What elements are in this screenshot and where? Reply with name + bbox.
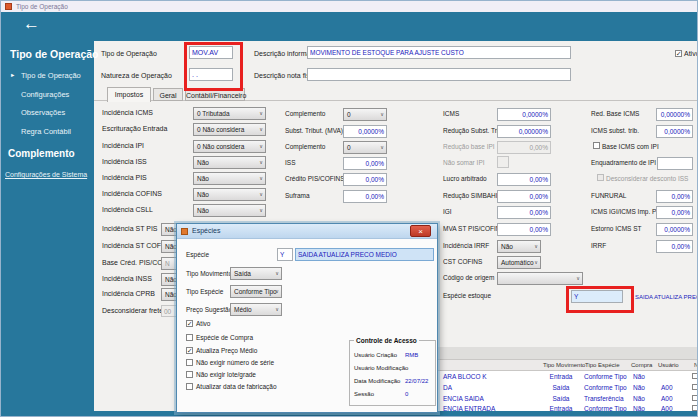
incidencia-pis-dropdown[interactable]: Não∨ — [193, 172, 266, 185]
sidebar-link-configuracoes-sistema[interactable]: Configurações de Sistema — [5, 171, 87, 178]
dialog-nao-exigir-serie-checkbox[interactable] — [186, 359, 193, 366]
chevron-down-icon: ∨ — [576, 273, 580, 284]
igi-field[interactable]: 0,00% — [497, 206, 551, 219]
incidencia-ipi-dropdown[interactable]: 0 Não considera∨ — [193, 140, 266, 153]
incidencia-cofins-dropdown[interactable]: Não∨ — [193, 188, 266, 201]
back-icon[interactable]: ← — [23, 15, 40, 33]
row-checkbox[interactable] — [692, 384, 698, 390]
codigo-origem-dropdown[interactable]: ∨ — [497, 272, 583, 285]
incidencia-st-pis-label: Incidência ST PIS — [102, 225, 158, 233]
especies-dialog: Espécies × Espécie Y SAIDA ATUALIZA PREC… — [176, 223, 438, 413]
dialog-ativo-checkbox[interactable]: ✓ — [186, 320, 193, 327]
chevron-down-icon: ∨ — [380, 109, 384, 120]
dropdown-value: 0 Não considera — [197, 143, 244, 150]
table-header-tipo-movimento[interactable]: Tipo Movimento — [543, 359, 585, 371]
chevron-down-icon: ∨ — [259, 205, 263, 216]
iss-field[interactable]: 0,00% — [343, 157, 387, 170]
chevron-down-icon: ∨ — [259, 157, 263, 168]
natureza-operacao-label: Natureza de Operação — [101, 72, 172, 80]
dropdown-value: Saída — [234, 270, 251, 277]
incidencia-iss-dropdown[interactable]: Não∨ — [193, 156, 266, 169]
dialog-atualiza-preco-medio-checkbox[interactable]: ✓ — [186, 347, 193, 354]
icms-subst-trib-label: ICMS subst. trib. — [591, 127, 639, 135]
table-header-compra[interactable]: Compra — [631, 359, 652, 371]
irrf-label: IRRF — [591, 242, 606, 250]
dialog-nao-exigir-lote-checkbox[interactable] — [186, 371, 193, 378]
complemento-1-dropdown[interactable]: 0∨ — [343, 108, 387, 121]
sidebar-item-tipo-de-operacao[interactable]: Tipo de Operação — [21, 71, 81, 80]
incidencia-irrf-dropdown[interactable]: Não∨ — [497, 240, 541, 253]
suframa-field[interactable]: 0,00% — [343, 190, 387, 203]
base-icms-com-ipi-checkbox[interactable] — [593, 142, 600, 149]
red-base-icms-field[interactable]: 0,00000% — [656, 108, 693, 121]
incidencia-csll-dropdown[interactable]: Não∨ — [193, 204, 266, 217]
dialog-especie-code-field[interactable]: Y — [277, 248, 293, 261]
chevron-down-icon: ∨ — [534, 241, 538, 252]
descricao-nota-fiscal-field[interactable] — [307, 68, 571, 81]
icms-igi-imp-pr-field[interactable]: 0,00% — [656, 206, 693, 219]
enquadramento-ipi-label: Enquadramento de IPI — [591, 159, 656, 167]
dropdown-value: Não — [501, 243, 513, 250]
row-checkbox[interactable] — [692, 373, 698, 379]
icms-field[interactable]: 0,0000% — [497, 108, 551, 121]
descricao-informativa-field[interactable]: MOVIMENTO DE ESTOQUE PARA AJUSTE CUSTO — [307, 46, 571, 59]
table-header-usuario[interactable]: Usuário — [658, 359, 679, 371]
reducao-base-ipi-field[interactable]: 0,00% — [497, 141, 551, 154]
sidebar-item-regra-contabil[interactable]: Regra Contábil — [21, 127, 71, 136]
cst-cofins-dropdown[interactable]: Automático∨ — [497, 256, 541, 269]
table-header-serie[interactable]: N — [694, 359, 698, 371]
reducao-simbahia-field[interactable]: 0,00% — [497, 190, 551, 203]
tab-geral[interactable]: Geral — [153, 88, 183, 101]
ativo-label: Ativo — [684, 50, 698, 58]
complemento-1-label: Complemento — [285, 110, 325, 118]
tab-impostos[interactable]: Impostos — [107, 87, 151, 102]
lucro-arbitrado-field[interactable]: 0,00% — [497, 173, 551, 186]
dialog-especie-compra-checkbox[interactable] — [186, 334, 193, 341]
suframa-label: Suframa — [285, 192, 310, 200]
dialog-tipo-especie-dropdown[interactable]: Conforme Tipo∨ — [230, 285, 282, 298]
nao-somar-ipi-checkbox[interactable] — [497, 156, 509, 168]
incidencia-icms-label: Incidência ICMS — [102, 109, 153, 117]
sidebar-item-configuracoes[interactable]: Configurações — [21, 90, 69, 99]
dialog-nao-exigir-lote-label: Não exigir lote/grade — [196, 371, 256, 379]
complemento-2-dropdown[interactable]: 0∨ — [343, 141, 387, 154]
app-window: Tipo de Operação ← Tipo de Operação ► Ti… — [0, 0, 698, 417]
sidebar-item-observacoes[interactable]: Observações — [21, 108, 65, 117]
incidencia-icms-dropdown[interactable]: 0 Tributada∨ — [193, 107, 266, 120]
dialog-tipo-movimento-dropdown[interactable]: Saída∨ — [230, 267, 282, 280]
dropdown-value: 0 Não considera — [197, 126, 244, 133]
dialog-atualizar-data-fabricacao-checkbox[interactable] — [186, 383, 193, 390]
close-icon[interactable]: × — [410, 225, 431, 237]
usuario-criacao-label: Usuário Criação — [354, 351, 397, 359]
reducao-simbahia-label: Redução SIMBAHIA — [443, 192, 502, 200]
enquadramento-ipi-field[interactable] — [657, 157, 693, 170]
icms-subst-trib-field[interactable]: 0,0000% — [656, 125, 693, 138]
row-checkbox[interactable] — [692, 395, 698, 401]
cell-tipo-movimento: Entrada — [541, 372, 581, 382]
irrf-field[interactable]: 0,00% — [656, 240, 693, 253]
window-title: Tipo de Operação — [16, 3, 68, 10]
desconsiderar-frete-label: Desconsiderar frete — [102, 307, 163, 315]
dialog-especie-desc-field[interactable]: SAIDA ATUALIZA PRECO MEDIO — [295, 248, 434, 261]
dialog-atualiza-preco-medio-label: Atualiza Preço Médio — [196, 347, 257, 355]
credito-pis-cofins-field[interactable]: 0,00% — [343, 173, 387, 186]
subst-tribut-mva-field[interactable]: 0,0000% — [343, 125, 387, 138]
escrituracao-entrada-dropdown[interactable]: 0 Não considera∨ — [193, 123, 266, 136]
mva-st-pis-cofins-field[interactable]: 0,00% — [497, 223, 551, 236]
codigo-origem-label: Código de origem — [443, 274, 494, 282]
dropdown-value: Não — [197, 191, 209, 198]
dialog-preco-sugestao-label: Preço Sugestão — [186, 306, 232, 314]
table-header-tipo-especie[interactable]: Tipo Espécie — [585, 359, 619, 371]
desconsiderar-desconto-iss-checkbox[interactable] — [597, 174, 604, 181]
ativo-checkbox[interactable]: ✓ — [675, 50, 682, 57]
funrural-field[interactable]: 0,00% — [656, 190, 693, 203]
icms-label: ICMS — [443, 110, 459, 118]
cell-tipo-especie: Conforme Tipo — [584, 383, 627, 393]
desconsiderar-frete-field[interactable]: 00 — [161, 305, 177, 317]
chevron-down-icon: ∨ — [259, 124, 263, 135]
chevron-down-icon: ∨ — [380, 142, 384, 153]
dropdown-value: 0 — [347, 144, 351, 151]
estorno-icms-st-field[interactable]: 0,0000% — [656, 223, 693, 236]
dialog-preco-sugestao-dropdown[interactable]: Médio∨ — [230, 303, 282, 316]
reducao-subst-trib-field[interactable]: 0,00000% — [497, 125, 551, 138]
